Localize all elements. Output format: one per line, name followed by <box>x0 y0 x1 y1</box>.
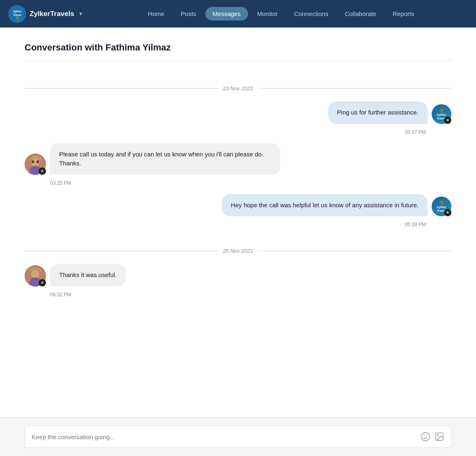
message-text-3: Hey hope the call was helpful let us kno… <box>231 202 419 209</box>
image-icon[interactable] <box>435 432 444 442</box>
page-container: Conversation with Fathima Yilmaz 23 Nov … <box>0 27 476 456</box>
message-time-4: 06:31 PM <box>50 292 71 298</box>
message-row-4: ✕ Thanks it was useful. <box>25 264 451 286</box>
message-row-3: 🌴 ZylkerTravel ✕ Hey hope the call was h… <box>25 194 451 217</box>
nav-brand[interactable]: Zylker Travel 🌴 ZylkerTravels ▾ <box>8 5 82 23</box>
date-label-2: 25 Nov 2021 <box>223 248 253 254</box>
message-input[interactable] <box>32 433 416 440</box>
svg-text:Zylker: Zylker <box>13 10 22 13</box>
nav-messages[interactable]: Messages <box>205 7 248 21</box>
svg-point-8 <box>37 160 39 163</box>
date-label-1: 23 Nov 2021 <box>223 85 253 92</box>
svg-point-7 <box>32 160 34 163</box>
zylker-badge-2: ✕ <box>444 209 451 216</box>
message-content-2: Please call us today and if you can let … <box>50 143 280 175</box>
date-separator-1: 23 Nov 2021 <box>25 85 451 92</box>
emoji-icon[interactable] <box>421 432 430 442</box>
nav-monitor[interactable]: Monitor <box>250 7 285 21</box>
bubble-4: Thanks it was useful. <box>50 264 126 286</box>
svg-point-10 <box>31 270 39 279</box>
user-badge-1: ✕ <box>39 167 46 175</box>
avatar-wrap-zylker-2: 🌴 ZylkerTravel ✕ <box>432 197 451 216</box>
input-area <box>0 417 476 456</box>
bubble-3: Hey hope the call was helpful let us kno… <box>222 194 428 217</box>
navbar: Zylker Travel 🌴 ZylkerTravels ▾ Home Pos… <box>0 0 476 27</box>
page-title: Conversation with Fathima Yilmaz <box>25 42 451 53</box>
zylker-badge-1: ✕ <box>444 117 451 124</box>
message-content-3: Hey hope the call was helpful let us kno… <box>222 194 428 217</box>
palm-icon-2: 🌴 <box>439 200 445 206</box>
message-time-3: 05:39 PM <box>405 222 426 227</box>
nav-home[interactable]: Home <box>140 7 172 21</box>
bubble-1: Ping us for further assistance. <box>328 101 428 124</box>
input-box <box>25 426 451 448</box>
avatar-wrap-user-1: ✕ <box>25 154 46 175</box>
svg-point-16 <box>437 435 439 436</box>
message-text-2: Please call us today and if you can let … <box>59 151 263 167</box>
message-block-3: 🌴 ZylkerTravel ✕ Hey hope the call was h… <box>25 194 451 228</box>
message-time-1: 05:37 PM <box>405 129 426 135</box>
nav-links: Home Posts Messages Monitor Connections … <box>94 7 468 21</box>
message-row-2: ✕ Please call us today and if you can le… <box>25 143 451 175</box>
message-text-1: Ping us for further assistance. <box>337 109 419 116</box>
nav-reports[interactable]: Reports <box>385 7 422 21</box>
message-block-2: ✕ Please call us today and if you can le… <box>25 143 451 186</box>
brand-logo: Zylker Travel 🌴 <box>8 5 26 23</box>
message-content-1: Ping us for further assistance. <box>328 101 428 124</box>
bubble-2: Please call us today and if you can let … <box>50 143 280 175</box>
avatar-wrap-user-2: ✕ <box>25 265 46 286</box>
message-row-1: 🌴 ZylkerTravel ✕ Ping us for further ass… <box>25 101 451 124</box>
avatar-wrap-zylker-1: 🌴 ZylkerTravel ✕ <box>432 104 451 124</box>
message-text-4: Thanks it was useful. <box>59 271 117 278</box>
message-content-4: Thanks it was useful. <box>50 264 126 286</box>
date-separator-2: 25 Nov 2021 <box>25 248 451 254</box>
palm-icon-1: 🌴 <box>439 108 445 113</box>
chat-area: 23 Nov 2021 🌴 ZylkerTravel ✕ Ping us for… <box>25 61 451 417</box>
nav-collaborate[interactable]: Collaborate <box>337 7 384 21</box>
user-badge-2: ✕ <box>39 279 46 286</box>
svg-point-12 <box>421 433 430 441</box>
brand-dropdown-icon[interactable]: ▾ <box>79 11 82 17</box>
nav-posts[interactable]: Posts <box>173 7 204 21</box>
brand-name: ZylkerTravels <box>30 10 74 18</box>
message-block-1: 🌴 ZylkerTravel ✕ Ping us for further ass… <box>25 101 451 135</box>
nav-connections[interactable]: Connections <box>287 7 336 21</box>
message-block-4: ✕ Thanks it was useful. 06:31 PM <box>25 264 451 298</box>
svg-text:🌴: 🌴 <box>15 16 20 21</box>
message-time-2: 03:25 PM <box>50 180 71 186</box>
